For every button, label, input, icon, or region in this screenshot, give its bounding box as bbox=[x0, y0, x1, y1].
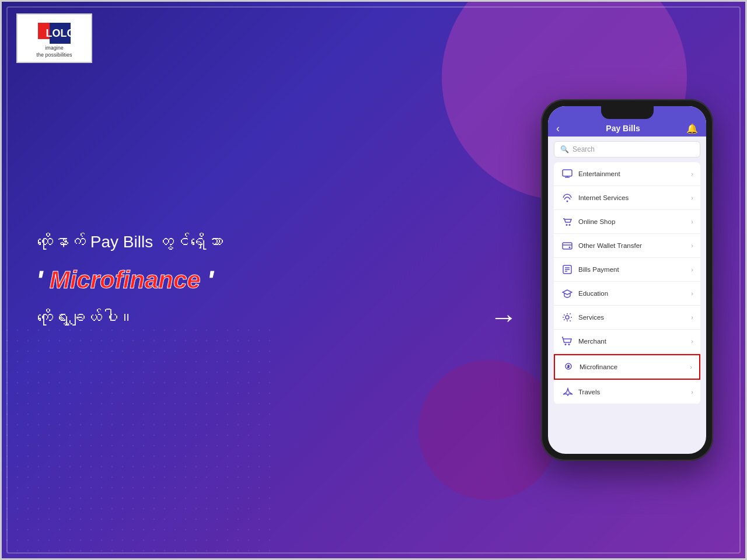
internet-services-icon bbox=[561, 191, 574, 204]
chevron-icon: › bbox=[691, 242, 693, 249]
phone-screen: ‹ Pay Bills 🔔 🔍 Search Entertainment › bbox=[548, 106, 706, 454]
internet-services-label: Internet Services bbox=[578, 194, 691, 201]
microfinance-word: Microfinance bbox=[50, 266, 208, 293]
chevron-icon: › bbox=[691, 388, 693, 396]
menu-item-online-shop[interactable]: Online Shop › bbox=[554, 210, 700, 234]
screen-title: Pay Bills bbox=[606, 124, 640, 133]
phone-mockup: ‹ Pay Bills 🔔 🔍 Search Entertainment › bbox=[541, 99, 713, 461]
services-label: Services bbox=[578, 314, 691, 321]
svg-point-7 bbox=[569, 247, 571, 249]
entertainment-label: Entertainment bbox=[578, 170, 691, 177]
phone-body: ‹ Pay Bills 🔔 🔍 Search Entertainment › bbox=[541, 99, 713, 461]
wallet-icon bbox=[561, 239, 574, 252]
menu-item-entertainment[interactable]: Entertainment › bbox=[554, 162, 700, 186]
chevron-icon: › bbox=[691, 218, 693, 225]
dots-pattern bbox=[2, 325, 270, 558]
chevron-icon: › bbox=[691, 314, 693, 321]
myanmar-line1: ထိုနောက် Pay Bills တွင်ရှိသော bbox=[37, 230, 223, 254]
menu-item-travels[interactable]: Travels › bbox=[554, 380, 700, 404]
left-content: ထိုနောက် Pay Bills တွင်ရှိသော ' Microfin… bbox=[37, 230, 223, 330]
travels-label: Travels bbox=[578, 388, 691, 396]
logo-icon: LOLC bbox=[38, 18, 71, 44]
merchant-label: Merchant bbox=[578, 338, 691, 345]
microfinance-highlight: ' Microfinance ' bbox=[37, 266, 223, 294]
chevron-icon: › bbox=[690, 363, 692, 370]
search-icon: 🔍 bbox=[560, 145, 569, 153]
chevron-icon: › bbox=[691, 338, 693, 345]
chevron-icon: › bbox=[691, 290, 693, 297]
search-input[interactable]: Search bbox=[573, 145, 694, 153]
logo-text: LOLC bbox=[46, 27, 75, 40]
menu-item-bills-payment[interactable]: Bills Payment › bbox=[554, 258, 700, 282]
menu-item-internet-services[interactable]: Internet Services › bbox=[554, 186, 700, 210]
microfinance-label: Microfinance bbox=[580, 363, 690, 370]
decorative-circle-bottom bbox=[418, 360, 558, 500]
svg-rect-0 bbox=[563, 170, 572, 176]
services-icon bbox=[561, 311, 574, 324]
notification-bell[interactable]: 🔔 bbox=[686, 123, 698, 134]
entertainment-icon bbox=[561, 167, 574, 180]
back-button[interactable]: ‹ bbox=[556, 123, 560, 135]
bills-payment-label: Bills Payment bbox=[578, 266, 691, 273]
svg-point-5 bbox=[569, 224, 571, 226]
menu-item-microfinance[interactable]: Microfinance › bbox=[554, 354, 700, 380]
menu-item-services[interactable]: Services › bbox=[554, 306, 700, 330]
chevron-icon: › bbox=[691, 266, 693, 273]
other-wallet-label: Other Wallet Transfer bbox=[578, 242, 691, 249]
menu-item-merchant[interactable]: Merchant › bbox=[554, 330, 700, 354]
menu-item-education[interactable]: Education › bbox=[554, 282, 700, 306]
microfinance-icon bbox=[562, 360, 575, 373]
myanmar-line2: ကိုရွေးချယ်ပါ။ bbox=[37, 306, 223, 330]
chevron-icon: › bbox=[691, 170, 693, 177]
svg-point-3 bbox=[567, 201, 568, 202]
education-label: Education bbox=[578, 290, 691, 297]
menu-item-other-wallet[interactable]: Other Wallet Transfer › bbox=[554, 234, 700, 258]
svg-point-14 bbox=[568, 344, 570, 345]
arrow-container: → bbox=[490, 303, 518, 331]
svg-point-13 bbox=[565, 344, 567, 345]
svg-point-4 bbox=[566, 224, 568, 226]
bills-icon bbox=[561, 263, 574, 276]
svg-point-12 bbox=[566, 316, 569, 319]
online-shop-icon bbox=[561, 215, 574, 228]
online-shop-label: Online Shop bbox=[578, 218, 691, 225]
logo-tagline: imagine the possibilities bbox=[36, 45, 72, 58]
education-icon bbox=[561, 287, 574, 300]
search-bar[interactable]: 🔍 Search bbox=[554, 141, 700, 158]
logo-blue-square: LOLC bbox=[50, 23, 71, 44]
merchant-icon bbox=[561, 335, 574, 348]
travels-icon bbox=[561, 386, 574, 398]
logo: LOLC imagine the possibilities bbox=[16, 13, 92, 63]
menu-list: Entertainment › Internet Services › Onli… bbox=[554, 162, 700, 404]
arrow-icon: → bbox=[490, 303, 518, 331]
svg-rect-6 bbox=[563, 243, 572, 249]
phone-notch bbox=[601, 106, 654, 119]
chevron-icon: › bbox=[691, 194, 693, 201]
